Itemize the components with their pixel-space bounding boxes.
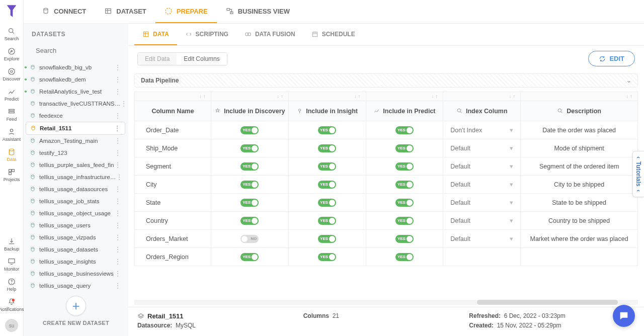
- dataset-item[interactable]: Amazon_Testing_main ⋮: [26, 135, 125, 147]
- dataset-item[interactable]: tellius_usage_insights ⋮: [26, 256, 125, 268]
- edit-button[interactable]: EDIT: [588, 51, 635, 66]
- rail-data[interactable]: Data: [3, 145, 21, 165]
- more-icon[interactable]: ⋮: [114, 258, 121, 265]
- more-icon[interactable]: ⋮: [116, 174, 123, 181]
- rail-search[interactable]: Search: [3, 24, 21, 44]
- more-icon[interactable]: ⋮: [114, 222, 121, 229]
- more-icon[interactable]: ⋮: [114, 76, 121, 83]
- index-select[interactable]: Default▾: [450, 217, 513, 224]
- toggle-switch[interactable]: YES: [240, 253, 259, 261]
- dataset-item[interactable]: Retail_1511 ⋮: [26, 122, 125, 135]
- more-icon[interactable]: ⋮: [114, 210, 121, 217]
- edit-columns-tab[interactable]: Edit Columns: [177, 53, 226, 65]
- dataset-item[interactable]: transactive_liveCUSTTRANS… ⋮: [26, 98, 125, 110]
- index-select[interactable]: Default▾: [450, 144, 513, 152]
- tab-prepare[interactable]: PREPARE: [155, 0, 217, 23]
- more-icon[interactable]: ⋮: [114, 88, 121, 95]
- toggle-switch[interactable]: YES: [395, 162, 414, 171]
- dataset-item[interactable]: feedexce ⋮: [26, 110, 125, 122]
- toggle-switch[interactable]: YES: [240, 126, 259, 134]
- toggle-switch[interactable]: YES: [240, 162, 259, 171]
- index-select[interactable]: Default▾: [450, 162, 513, 170]
- more-icon[interactable]: ⋮: [114, 112, 121, 119]
- more-icon[interactable]: ⋮: [114, 125, 121, 132]
- dataset-item[interactable]: tellius_usage_job_stats ⋮: [26, 195, 125, 207]
- create-dataset-button[interactable]: +: [66, 296, 86, 316]
- more-icon[interactable]: ⋮: [114, 198, 121, 205]
- toggle-switch[interactable]: YES: [240, 144, 259, 152]
- rail-help[interactable]: Help: [0, 275, 24, 295]
- sort-arrows[interactable]: ↓ ↑: [443, 92, 521, 101]
- subtab-schedule[interactable]: SCHEDULE: [303, 24, 363, 45]
- subtab-data-fusion[interactable]: DATA FUSION: [236, 24, 303, 45]
- dataset-item[interactable]: tellius_usage_vizpads ⋮: [26, 231, 125, 243]
- rail-discover[interactable]: Discover: [3, 64, 21, 85]
- sort-arrows[interactable]: ↓ ↑: [521, 92, 638, 101]
- more-icon[interactable]: ⋮: [114, 161, 121, 169]
- toggle-switch[interactable]: YES: [395, 199, 414, 207]
- dataset-item[interactable]: tellius_usage_infrastructure… ⋮: [26, 171, 125, 183]
- toggle-switch[interactable]: YES: [395, 126, 414, 134]
- column-header[interactable]: Include in Insight: [288, 101, 366, 121]
- rail-notifications[interactable]: Notifications: [0, 295, 24, 315]
- edit-data-tab[interactable]: Edit Data: [138, 53, 177, 65]
- subtab-data[interactable]: DATA: [134, 24, 177, 45]
- index-select[interactable]: Don't Index▾: [450, 126, 513, 134]
- toggle-switch[interactable]: YES: [318, 217, 336, 225]
- dataset-item[interactable]: tellius_purple_sales_feed_fin ⋮: [26, 159, 125, 171]
- rail-explore[interactable]: Explore: [3, 44, 21, 64]
- toggle-switch[interactable]: YES: [318, 235, 336, 243]
- toggle-switch[interactable]: YES: [395, 253, 414, 261]
- toggle-switch[interactable]: YES: [395, 235, 414, 243]
- dataset-item[interactable]: tellius_usage_query ⋮: [26, 280, 125, 289]
- toggle-switch[interactable]: YES: [240, 199, 259, 207]
- tab-business-view[interactable]: BUSINESS VIEW: [217, 0, 299, 23]
- dataset-item[interactable]: snowflakedb_big_vb ⋮: [26, 61, 125, 73]
- rail-backup[interactable]: Backup: [0, 234, 24, 255]
- dataset-item[interactable]: tellius_usage_datasources ⋮: [26, 183, 125, 195]
- column-header[interactable]: Index Column: [443, 101, 521, 121]
- more-icon[interactable]: ⋮: [114, 246, 121, 253]
- toggle-switch[interactable]: YES: [318, 162, 336, 171]
- rail-feed[interactable]: Feed: [3, 105, 21, 125]
- more-icon[interactable]: ⋮: [120, 100, 127, 107]
- column-header[interactable]: Include in Predict: [366, 101, 443, 121]
- dataset-item[interactable]: testify_123 ⋮: [26, 147, 125, 159]
- more-icon[interactable]: ⋮: [114, 137, 121, 144]
- dataset-item[interactable]: tellius_usage_datasets ⋮: [26, 243, 125, 256]
- sort-arrows[interactable]: ↓ ↑: [211, 92, 288, 101]
- more-icon[interactable]: ⋮: [114, 149, 121, 156]
- tutorials-tab[interactable]: ‹ Tutorials ‹: [632, 151, 644, 197]
- dataset-search-input[interactable]: [34, 44, 122, 57]
- rail-projects[interactable]: Projects: [3, 165, 21, 185]
- subtab-scripting[interactable]: SCRIPTING: [177, 24, 236, 45]
- sort-arrows[interactable]: ↓ ↑: [366, 92, 443, 101]
- dataset-item[interactable]: tellius_usage_object_usage ⋮: [26, 207, 125, 219]
- toggle-switch[interactable]: YES: [318, 181, 336, 189]
- rail-assistant[interactable]: Assistant: [3, 125, 21, 145]
- dataset-item[interactable]: snowflakedb_dem ⋮: [26, 73, 125, 86]
- more-icon[interactable]: ⋮: [114, 234, 121, 241]
- sort-arrows[interactable]: ↓ ↑: [288, 92, 366, 101]
- column-header[interactable]: Column Name: [135, 101, 211, 121]
- toggle-switch[interactable]: YES: [318, 126, 336, 134]
- column-header[interactable]: Include in Discovery: [211, 101, 288, 121]
- toggle-switch[interactable]: YES: [395, 217, 414, 225]
- dataset-item[interactable]: RetailAnalytics_live_test ⋮: [26, 86, 125, 98]
- toggle-switch[interactable]: YES: [395, 181, 414, 189]
- horizontal-scrollbar[interactable]: [134, 300, 638, 305]
- chat-fab[interactable]: [613, 305, 635, 327]
- index-select[interactable]: Default▾: [450, 181, 513, 188]
- more-icon[interactable]: ⋮: [114, 270, 121, 277]
- more-icon[interactable]: ⋮: [114, 186, 121, 193]
- toggle-switch[interactable]: YES: [318, 144, 336, 152]
- rail-predict[interactable]: Predict: [3, 85, 21, 105]
- user-avatar[interactable]: su: [5, 319, 18, 332]
- toggle-switch[interactable]: YES: [395, 144, 414, 152]
- data-pipeline-bar[interactable]: Data Pipeline ⌄: [134, 73, 638, 88]
- dataset-item[interactable]: tellius_usage_businessviews ⋮: [26, 268, 125, 280]
- column-header[interactable]: Description: [521, 101, 638, 121]
- tab-dataset[interactable]: DATASET: [95, 0, 155, 23]
- toggle-switch[interactable]: NO: [240, 235, 259, 243]
- index-select[interactable]: Default▾: [450, 235, 513, 242]
